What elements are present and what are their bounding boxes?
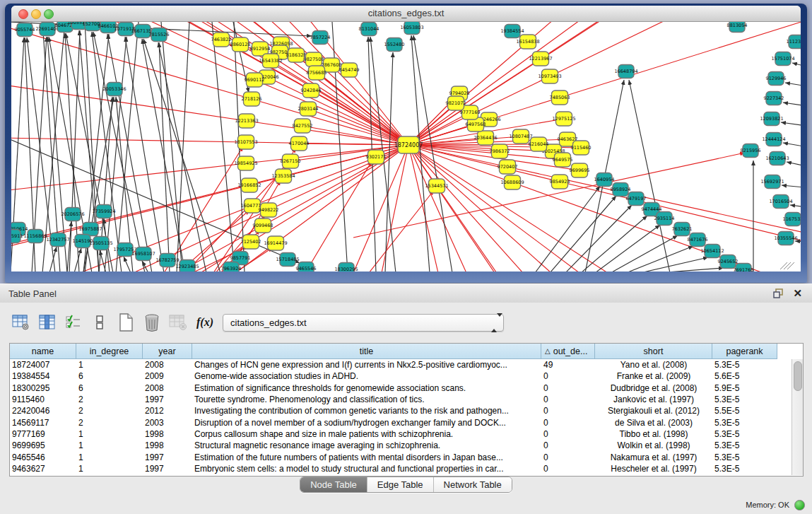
network-node[interactable]: 1552480 [384,38,405,52]
cell-out_degree[interactable]: 49 [541,360,595,370]
network-node[interactable]: 7815526 [149,28,170,42]
citation-edge[interactable] [528,22,801,42]
citation-edge[interactable] [158,42,206,271]
network-node[interactable]: 7485063 [550,90,570,105]
cell-in_degree[interactable]: 2 [76,406,143,416]
cell-in_degree[interactable]: 1 [76,452,143,462]
network-node[interactable]: 12975125 [552,112,575,126]
cell-out_degree[interactable]: 0 [541,418,595,428]
citation-edge[interactable] [535,186,600,271]
citation-edge[interactable] [408,145,551,271]
citation-edge[interactable] [159,42,170,271]
network-node[interactable]: 18107553 [234,135,257,149]
network-window[interactable]: citations_edges.txt 90557442269140680467… [5,4,807,283]
cell-year[interactable]: 2009 [143,371,192,381]
cell-out_degree[interactable]: 0 [541,371,595,381]
delete-table-button[interactable] [167,311,189,334]
network-node[interactable]: 20206576 [61,208,84,221]
cell-title[interactable]: Investigating the contribution of common… [192,406,541,416]
resize-grip-icon[interactable] [784,262,791,269]
cell-out_degree[interactable]: 0 [541,406,595,416]
network-window-titlebar[interactable]: citations_edges.txt [11,6,801,22]
network-node[interactable]: 9302171 [366,150,387,164]
network-node[interactable]: 1167533 [783,213,801,226]
citation-edge[interactable] [550,196,616,271]
network-node[interactable]: 9245652 [718,255,739,269]
network-node[interactable]: 16154838 [516,35,539,49]
cell-year[interactable]: 1998 [143,429,192,439]
network-node[interactable]: 15344571 [425,179,448,193]
tab-network-table[interactable]: Network Table [434,477,512,492]
citation-edge[interactable] [317,73,408,145]
network-node[interactable]: 6216044 [529,137,549,151]
citation-edge[interactable] [783,143,801,148]
network-node[interactable]: 1112384 [787,35,801,49]
network-node[interactable]: 19166852 [237,178,261,192]
cell-pagerank[interactable]: 5.3E-5 [712,429,777,439]
network-node[interactable]: 15692971 [760,175,784,189]
network-node[interactable]: 12353584 [271,169,295,183]
network-node[interactable]: 9242844 [301,83,322,98]
column-header-title[interactable]: title [192,344,541,359]
cell-name[interactable]: 9777169 [10,429,76,439]
citation-edge[interactable] [595,225,660,271]
tab-edge-table[interactable]: Edge Table [367,477,434,492]
network-node[interactable]: 9055744 [15,23,35,37]
table-row[interactable]: 1456911722003Disruption of a novel membe… [10,416,803,428]
network-node[interactable]: 8860128 [230,37,251,52]
table-row[interactable]: 911546021997Tourette syndrome. Phenomeno… [10,394,803,405]
cell-name[interactable]: 18300295 [10,383,76,393]
cell-short[interactable]: Nakamura et al. (1997) [595,452,712,462]
network-node[interactable]: 9649575 [553,153,573,167]
citation-edge[interactable] [249,145,408,185]
network-node[interactable]: 12444124 [762,133,785,146]
network-node[interactable]: 9699695 [570,163,590,177]
table-row[interactable]: 2242004622012Investigating the contribut… [10,405,803,416]
cell-out_degree[interactable]: 0 [541,464,595,474]
network-node[interactable]: 9821072 [446,96,466,110]
network-node[interactable]: 9115460 [571,141,592,155]
network-node[interactable]: 1640954 [594,173,615,187]
network-node[interactable]: 8427552 [293,119,313,133]
citation-edge[interactable] [311,90,408,145]
cell-pagerank[interactable]: 5.3E-5 [712,395,777,404]
citation-edge[interactable] [252,99,408,145]
table-select-dropdown[interactable]: citations_edges.txt [223,314,504,332]
network-graph[interactable]: 9055744226914068046723100552871527007846… [11,22,801,271]
scrollbar-thumb[interactable] [794,361,802,391]
resize-grip-icon[interactable] [787,262,794,269]
table-row[interactable]: 969969511998Structural magnetic resonanc… [10,440,803,451]
network-node[interactable]: 9129946 [766,72,787,86]
cell-pagerank[interactable]: 5.6E-5 [712,371,777,381]
citation-edge[interactable] [781,122,801,127]
network-node[interactable]: 10973493 [538,69,561,83]
cell-short[interactable]: Jankovic et al. (1997) [595,395,712,404]
cell-name[interactable]: 14569117 [10,418,76,428]
cell-title[interactable]: Corpus callosum shape and size in male p… [192,429,541,439]
network-node[interactable]: 8813054 [727,22,748,33]
cell-year[interactable]: 1997 [143,395,192,404]
cell-out_degree[interactable]: 0 [541,383,595,393]
cell-title[interactable]: Structural magnetic resonance image aver… [192,440,541,450]
resize-grip-icon[interactable] [780,262,787,269]
network-node[interactable]: 2718126 [242,92,262,106]
citation-edge[interactable] [790,205,801,208]
cell-out_degree[interactable]: 0 [541,452,595,462]
table-row[interactable]: 946554611997Estimation of the future num… [10,451,803,462]
cell-name[interactable]: 18724007 [10,360,76,370]
citation-edge[interactable] [100,250,106,271]
cell-name[interactable]: 9465546 [10,452,76,462]
network-node[interactable]: 9690112 [245,73,265,87]
network-node[interactable]: 10654112 [700,245,724,258]
cell-year[interactable]: 1997 [143,464,192,474]
network-node[interactable]: 10355546 [774,232,797,245]
function-builder-button[interactable]: f(x) [193,316,217,329]
network-node[interactable]: 20364436 [473,131,497,145]
citation-edge[interactable] [11,163,246,218]
citation-edge[interactable] [49,247,57,271]
cell-in_degree[interactable]: 6 [76,383,143,393]
cell-year[interactable]: 1997 [143,452,192,462]
network-node[interactable]: 8471676 [688,233,708,247]
network-node[interactable]: 8958924 [611,183,631,197]
table-row[interactable]: 1830029562008Estimation of significance … [10,382,803,394]
